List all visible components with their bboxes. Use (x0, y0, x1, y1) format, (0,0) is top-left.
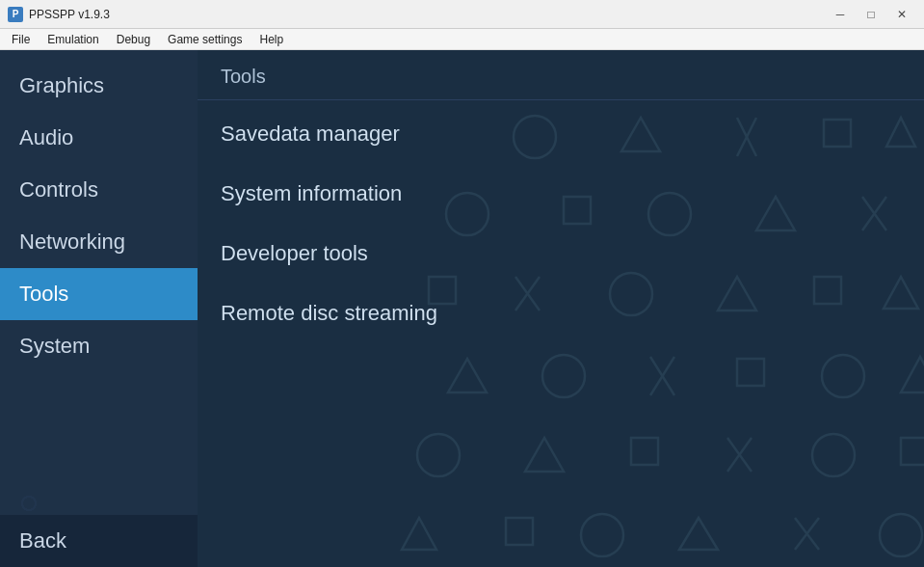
content-item-developer-tools[interactable]: Developer tools (198, 224, 924, 284)
svg-marker-41 (679, 518, 718, 550)
back-button[interactable]: Back (0, 515, 198, 567)
svg-rect-39 (506, 518, 533, 545)
svg-rect-37 (901, 438, 924, 465)
content-item-system-information[interactable]: System information (198, 164, 924, 224)
content-item-remote-disc-streaming[interactable]: Remote disc streaming (198, 284, 924, 343)
title-bar-left: P PPSSPP v1.9.3 (8, 7, 110, 22)
svg-marker-24 (448, 359, 487, 392)
menu-emulation[interactable]: Emulation (40, 31, 106, 48)
close-button[interactable]: ✕ (887, 5, 916, 24)
svg-point-44 (880, 514, 922, 556)
sidebar-item-audio[interactable]: Audio (0, 112, 198, 164)
svg-rect-33 (631, 438, 658, 465)
svg-marker-30 (901, 357, 924, 392)
menu-debug[interactable]: Debug (109, 31, 158, 48)
content-item-savedata-manager[interactable]: Savedata manager (198, 104, 924, 164)
sidebar-item-networking[interactable]: Networking (0, 216, 198, 268)
svg-point-40 (581, 514, 623, 556)
menu-game-settings[interactable]: Game settings (160, 31, 250, 48)
content-inner: Tools Savedata manager System informatio… (198, 50, 924, 343)
sidebar-item-controls[interactable]: Controls (0, 164, 198, 216)
title-bar-controls: ─ □ ✕ (826, 5, 916, 24)
svg-point-31 (417, 434, 460, 476)
main-container: Graphics Audio Controls Networking Tools… (0, 50, 924, 567)
svg-line-35 (727, 438, 752, 472)
svg-point-25 (542, 355, 585, 397)
svg-rect-28 (737, 359, 764, 386)
title-bar-title: PPSSPP v1.9.3 (29, 8, 110, 21)
svg-line-42 (795, 518, 819, 550)
svg-point-36 (812, 434, 855, 476)
app-icon: P (8, 7, 23, 22)
sidebar-item-graphics[interactable]: Graphics (0, 60, 198, 112)
svg-point-29 (822, 355, 864, 397)
maximize-button[interactable]: □ (857, 5, 885, 24)
menu-help[interactable]: Help (251, 31, 291, 48)
sidebar-items: Graphics Audio Controls Networking Tools… (0, 50, 198, 515)
content-panel: Tools Savedata manager System informatio… (198, 50, 924, 567)
svg-marker-32 (525, 438, 564, 472)
sidebar-item-system[interactable]: System (0, 320, 198, 372)
sidebar-item-tools[interactable]: Tools (0, 268, 198, 320)
svg-marker-38 (402, 518, 436, 550)
svg-line-43 (795, 518, 819, 550)
menu-bar: File Emulation Debug Game settings Help (0, 29, 924, 50)
menu-file[interactable]: File (4, 31, 38, 48)
svg-line-27 (650, 357, 674, 395)
svg-line-34 (727, 438, 752, 472)
title-bar: P PPSSPP v1.9.3 ─ □ ✕ (0, 0, 924, 29)
content-header: Tools (198, 50, 924, 100)
svg-line-26 (650, 357, 674, 395)
sidebar: Graphics Audio Controls Networking Tools… (0, 50, 198, 567)
minimize-button[interactable]: ─ (826, 5, 855, 24)
